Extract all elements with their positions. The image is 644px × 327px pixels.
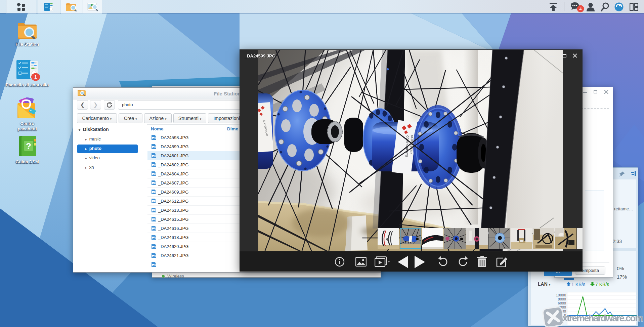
svg-text:4: 4: [579, 6, 582, 11]
svg-text:xtremehardware.com: xtremehardware.com: [562, 313, 643, 323]
svg-text:1: 1: [34, 74, 37, 80]
svg-text:?: ?: [26, 141, 31, 151]
